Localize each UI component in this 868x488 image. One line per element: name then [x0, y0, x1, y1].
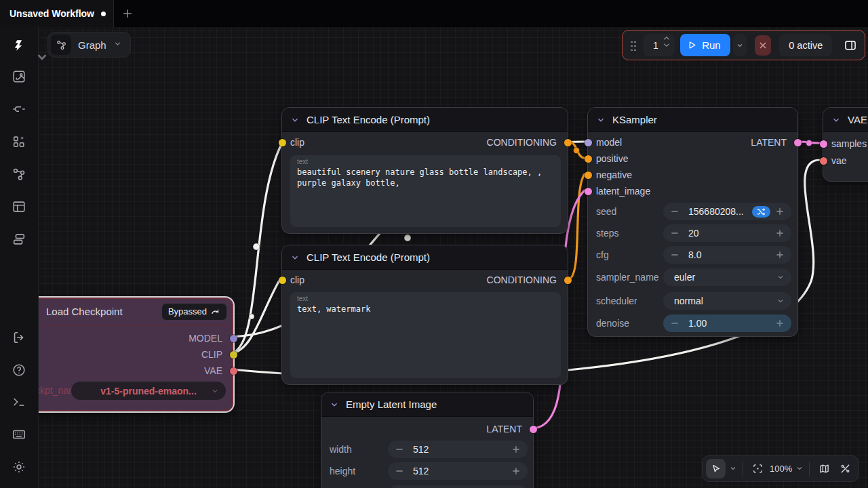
increment-icon[interactable]	[511, 466, 521, 476]
decrement-icon[interactable]	[670, 250, 679, 260]
latent-image-input-port[interactable]	[585, 188, 592, 195]
run-button[interactable]: Run	[680, 34, 730, 56]
width-value[interactable]: 512	[413, 444, 429, 455]
workflow-tab[interactable]: Unsaved Workflow	[0, 0, 114, 27]
node-header[interactable]: KSampler	[588, 108, 797, 132]
latent-output-port[interactable]	[794, 139, 802, 146]
node-header[interactable]: CLIP Text Encode (Prompt)	[282, 108, 568, 132]
collapse-chevron-icon[interactable]	[596, 115, 606, 125]
latent-output-label: LATENT	[486, 420, 522, 438]
collapse-chevron-icon[interactable]	[831, 115, 841, 125]
clip-input-port[interactable]	[279, 139, 286, 146]
cfg-widget[interactable]: 8.0	[663, 246, 791, 264]
zoom-chevron-down-icon[interactable]	[795, 463, 804, 475]
prompt-textarea[interactable]: text text, watermark	[290, 292, 561, 378]
negative-input-port[interactable]	[585, 171, 592, 179]
fit-view-button[interactable]	[749, 460, 766, 478]
select-tool-button[interactable]	[706, 459, 726, 479]
sidebar-item-logout[interactable]	[7, 326, 31, 349]
node-clip-text-encode-positive[interactable]: CLIP Text Encode (Prompt) clip CONDITION…	[281, 107, 568, 234]
batch-size-widget[interactable]	[388, 485, 528, 488]
sidebar-item-node-library[interactable]	[7, 130, 31, 153]
samples-input-port[interactable]	[820, 140, 827, 148]
conditioning-output-port[interactable]	[564, 139, 572, 146]
sidebar-item-terminal[interactable]	[7, 390, 31, 413]
scheduler-combo[interactable]: normal	[663, 292, 791, 310]
ckpt-name-combo[interactable]: v1-5-pruned-emaon...	[71, 382, 226, 400]
node-empty-latent-image[interactable]: Empty Latent Image LATENT width 512 heig…	[321, 392, 534, 488]
minimap-button[interactable]	[815, 460, 833, 478]
increment-icon[interactable]	[511, 445, 521, 454]
denoise-value[interactable]: 1.00	[688, 318, 707, 329]
node-ksampler[interactable]: KSampler model LATENT positive negative …	[587, 107, 798, 337]
prompt-text[interactable]: text, watermark	[297, 304, 554, 314]
spinner-up-icon[interactable]	[663, 36, 670, 41]
steps-widget[interactable]: 20	[663, 224, 791, 242]
zoom-level[interactable]: 100%	[770, 464, 792, 474]
positive-input-port[interactable]	[585, 155, 592, 163]
clip-input-port[interactable]	[279, 277, 286, 284]
batch-count-input[interactable]: 1	[644, 34, 675, 56]
height-widget[interactable]: 512	[388, 462, 528, 480]
sidebar-item-workflows[interactable]	[7, 163, 31, 186]
bypassed-badge: Bypassed	[162, 304, 226, 320]
toggle-panel-button[interactable]	[842, 35, 859, 56]
sidebar-item-keyboard[interactable]	[7, 423, 31, 446]
height-value[interactable]: 512	[413, 466, 429, 476]
increment-icon[interactable]	[775, 250, 785, 260]
model-output-port[interactable]	[230, 335, 237, 342]
sidebar-item-settings[interactable]	[7, 455, 31, 479]
increment-icon[interactable]	[775, 228, 785, 238]
randomize-seed-button[interactable]	[752, 206, 770, 218]
seed-value[interactable]: 156680208...	[688, 206, 744, 217]
queue-toolbar: 1 Run 0 active	[622, 30, 865, 60]
vae-output-port[interactable]	[230, 367, 237, 375]
decrement-icon[interactable]	[670, 319, 679, 328]
increment-icon[interactable]	[775, 207, 785, 216]
new-workflow-button[interactable]	[119, 5, 136, 22]
cfg-value[interactable]: 8.0	[688, 249, 701, 260]
node-header[interactable]: Load Checkpoint Bypassed	[26, 298, 233, 326]
increment-icon[interactable]	[775, 319, 785, 328]
node-vae-decode[interactable]: VAE samples vae	[823, 107, 868, 182]
sidebar-item-templates[interactable]	[7, 195, 31, 218]
toggle-links-button[interactable]	[836, 460, 854, 478]
seed-widget[interactable]: 156680208...	[663, 203, 791, 220]
node-clip-text-encode-negative[interactable]: CLIP Text Encode (Prompt) clip CONDITION…	[281, 245, 568, 385]
clear-queue-button[interactable]	[755, 35, 772, 56]
comfyui-logo-button[interactable]	[7, 34, 31, 57]
decrement-icon[interactable]	[670, 207, 679, 216]
steps-value[interactable]: 20	[688, 228, 699, 239]
active-jobs-badge[interactable]: 0 active	[779, 34, 832, 56]
view-mode-selector[interactable]: Graph	[47, 32, 131, 58]
spinner-down-icon[interactable]	[663, 43, 670, 47]
node-header[interactable]: VAE	[823, 108, 868, 132]
prompt-text[interactable]: beautiful scenery nature glass bottle la…	[297, 167, 554, 188]
sidebar-item-layouts[interactable]	[7, 228, 31, 251]
decrement-icon[interactable]	[670, 228, 679, 238]
prompt-textarea[interactable]: text beautiful scenery nature glass bott…	[290, 155, 561, 227]
batch-count-value[interactable]: 1	[653, 40, 658, 51]
vae-input-port[interactable]	[820, 157, 827, 165]
collapse-chevron-icon[interactable]	[330, 400, 339, 409]
latent-output-port[interactable]	[530, 426, 537, 433]
sidebar-item-help[interactable]	[7, 359, 31, 382]
node-header[interactable]: CLIP Text Encode (Prompt)	[282, 245, 568, 270]
sampler-name-combo[interactable]: euler	[663, 268, 791, 286]
drag-handle-icon[interactable]	[630, 40, 637, 51]
node-header[interactable]: Empty Latent Image	[321, 392, 533, 417]
width-widget[interactable]: 512	[388, 441, 528, 458]
clip-output-port[interactable]	[230, 351, 237, 359]
run-options-button[interactable]	[733, 34, 747, 56]
node-load-checkpoint[interactable]: Load Checkpoint Bypassed MODEL CLIP VAE …	[24, 296, 235, 413]
denoise-widget[interactable]: 1.00	[663, 314, 791, 332]
decrement-icon[interactable]	[395, 445, 404, 454]
collapse-chevron-icon[interactable]	[290, 253, 300, 262]
conditioning-output-port[interactable]	[564, 277, 572, 284]
model-input-port[interactable]	[585, 139, 592, 146]
sidebar-item-model-library[interactable]	[7, 98, 31, 121]
decrement-icon[interactable]	[395, 466, 404, 476]
sidebar-item-image-gallery[interactable]	[7, 65, 31, 88]
tool-chevron-down-icon[interactable]	[729, 463, 737, 475]
collapse-chevron-icon[interactable]	[290, 115, 300, 125]
